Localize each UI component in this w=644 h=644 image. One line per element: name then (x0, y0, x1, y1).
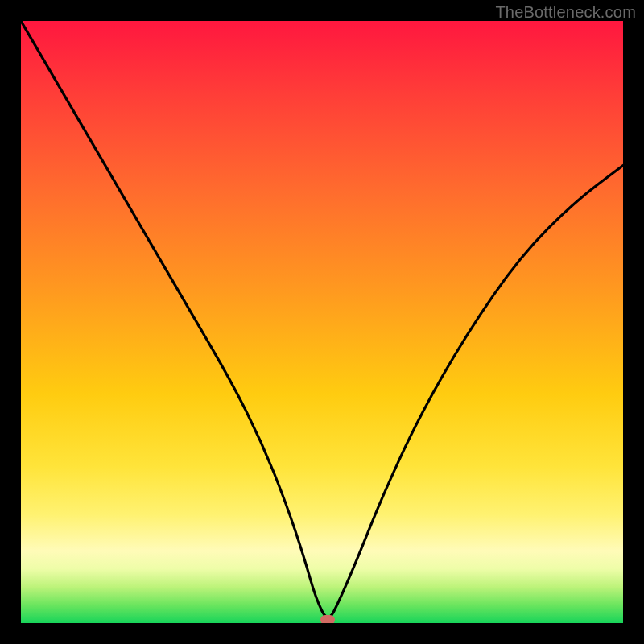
curve-minimum-marker (320, 615, 335, 623)
watermark-text: TheBottleneck.com (495, 3, 636, 22)
chart-frame: TheBottleneck.com (0, 0, 644, 644)
bottleneck-curve (21, 21, 623, 623)
plot-area (21, 21, 623, 623)
